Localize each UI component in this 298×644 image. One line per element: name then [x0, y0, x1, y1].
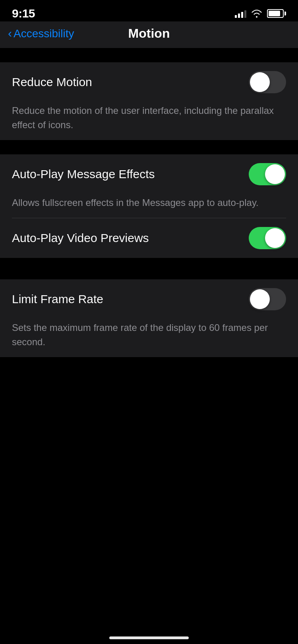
status-bar: 9:15 — [0, 0, 298, 21]
section-gap-1 — [0, 48, 298, 62]
auto-play-message-effects-toggle[interactable] — [249, 163, 286, 185]
toggle-knob-3 — [265, 228, 285, 248]
reduce-motion-label: Reduce Motion — [12, 75, 92, 89]
page-title: Motion — [128, 26, 170, 41]
toggle-knob-4 — [250, 289, 270, 309]
auto-play-video-previews-label: Auto-Play Video Previews — [12, 231, 149, 245]
limit-frame-rate-toggle[interactable] — [249, 288, 286, 310]
settings-group-1: Reduce Motion Reduce the motion of the u… — [0, 62, 298, 140]
limit-frame-rate-label: Limit Frame Rate — [12, 292, 103, 306]
auto-play-message-effects-description: Allows fullscreen effects in the Message… — [0, 194, 298, 218]
toggle-knob — [250, 72, 270, 92]
back-button[interactable]: ‹ Accessibility — [8, 27, 74, 40]
back-label: Accessibility — [14, 27, 74, 40]
battery-icon — [267, 9, 286, 18]
auto-play-message-effects-row: Auto-Play Message Effects — [0, 154, 298, 194]
section-gap-3b — [0, 272, 298, 279]
section-gap-2 — [0, 140, 298, 154]
status-time: 9:15 — [12, 7, 35, 20]
section-gap-3 — [0, 258, 298, 272]
signal-icon — [235, 9, 246, 18]
limit-frame-rate-description: Sets the maximum frame rate of the displ… — [0, 319, 298, 357]
toggle-knob-2 — [265, 164, 285, 184]
limit-frame-rate-row: Limit Frame Rate — [0, 279, 298, 319]
settings-group-3: Limit Frame Rate Sets the maximum frame … — [0, 279, 298, 357]
status-icons — [235, 9, 286, 18]
reduce-motion-row: Reduce Motion — [0, 62, 298, 102]
auto-play-video-previews-toggle[interactable] — [249, 227, 286, 249]
nav-header: ‹ Accessibility Motion — [0, 21, 298, 48]
reduce-motion-description: Reduce the motion of the user interface,… — [0, 102, 298, 140]
home-indicator — [109, 636, 189, 639]
back-chevron-icon: ‹ — [8, 27, 12, 39]
wifi-icon — [251, 9, 262, 18]
reduce-motion-toggle[interactable] — [249, 71, 286, 93]
auto-play-video-previews-row: Auto-Play Video Previews — [0, 218, 298, 258]
settings-group-2: Auto-Play Message Effects Allows fullscr… — [0, 154, 298, 258]
auto-play-message-effects-label: Auto-Play Message Effects — [12, 167, 155, 181]
